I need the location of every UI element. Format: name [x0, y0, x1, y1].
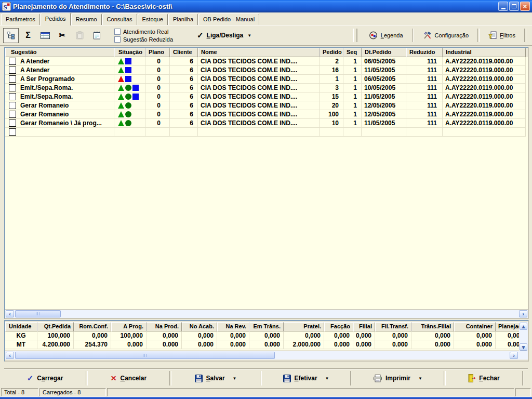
- orders-grid-hscrollbar[interactable]: ‹ ›: [5, 309, 528, 318]
- triangle-green-icon: [118, 120, 124, 126]
- liga-desliga-button[interactable]: ✓ Liga/Desliga ▼: [197, 31, 251, 40]
- cell-reduzido: 111: [406, 84, 443, 92]
- cell-reduzido: [406, 128, 443, 137]
- tab-resumo[interactable]: Resumo: [71, 14, 102, 25]
- row-checkbox[interactable]: [9, 58, 16, 65]
- col-header-sugest-o[interactable]: Sugestão: [5, 48, 114, 57]
- cancelar-button[interactable]: ✕Cancelar: [88, 369, 169, 387]
- close-button[interactable]: ✕: [520, 2, 530, 11]
- col-header-cliente[interactable]: Cliente: [170, 48, 198, 57]
- row-checkbox[interactable]: [9, 93, 16, 100]
- tab-estoque[interactable]: Estoque: [138, 14, 168, 25]
- col-header-pedido[interactable]: Pedido: [320, 48, 343, 57]
- maximize-button[interactable]: [509, 2, 519, 11]
- sugestao-reduzida-checkbox[interactable]: Sugestão Reduzida: [114, 36, 173, 43]
- table-icon[interactable]: [37, 28, 53, 43]
- order-row-empty[interactable]: [5, 128, 528, 137]
- order-row[interactable]: A Ser Programado06CIA DOS TECIDOS COM.E …: [5, 75, 528, 84]
- totals-col-header-em-tr-ns[interactable]: Em Trâns.: [249, 322, 284, 331]
- tab-par-metros[interactable]: Parâmetros: [1, 14, 40, 25]
- totals-row[interactable]: KG100,0000,000100,0000,0000,0000,0000,00…: [5, 331, 519, 340]
- totals-col-header-unidade[interactable]: Unidade: [5, 322, 37, 331]
- totals-cell-planejado: 0,000: [496, 331, 519, 340]
- cell-seq: 1: [343, 66, 362, 75]
- cell-dt-pedido: [362, 128, 406, 137]
- col-header-industrial[interactable]: Industrial: [443, 48, 526, 57]
- scroll-right-icon[interactable]: ›: [519, 310, 527, 317]
- configuracao-icon: [423, 31, 432, 39]
- cell-nome: CIA DOS TECIDOS COM.E IND....: [198, 110, 320, 119]
- notes-icon[interactable]: [89, 28, 104, 43]
- order-row[interactable]: Emit./Sepa.Roma.06CIA DOS TECIDOS COM.E …: [5, 84, 528, 92]
- cell-plano: 0: [145, 84, 170, 92]
- scroll-up-icon[interactable]: ▴: [520, 323, 527, 330]
- carregar-button[interactable]: ✓Carregar: [4, 369, 86, 387]
- filtros-button[interactable]: Filtros: [481, 29, 523, 43]
- totals-col-header-fac-o[interactable]: Facção: [324, 322, 353, 331]
- row-checkbox[interactable]: [9, 102, 16, 109]
- order-row[interactable]: Gerar Romaneio \ Já prog...06CIA DOS TEC…: [5, 119, 528, 128]
- atendimento-real-checkbox[interactable]: Atendimento Real: [114, 29, 173, 35]
- totals-col-header-container[interactable]: Container: [454, 322, 496, 331]
- tab-planilha[interactable]: Planilha: [168, 14, 198, 25]
- scroll-thumb[interactable]: [15, 352, 275, 359]
- checkbox-box[interactable]: [114, 29, 121, 35]
- scroll-left-icon[interactable]: ‹: [6, 310, 14, 317]
- totals-col-header-pratel[interactable]: Pratel.: [284, 322, 324, 331]
- order-row[interactable]: Emit./Sepa.Roma.06CIA DOS TECIDOS COM.E …: [5, 92, 528, 101]
- tree-view-icon[interactable]: [3, 28, 19, 43]
- scroll-down-icon[interactable]: ▾: [520, 343, 527, 351]
- tab-ob-pedido-manual[interactable]: OB Pedido - Manual: [198, 14, 259, 25]
- totals-col-header-a-prog[interactable]: A Prog.: [111, 322, 147, 331]
- salvar-button[interactable]: Salvar▼: [171, 369, 260, 387]
- totals-col-header-na-rev[interactable]: Na Rev.: [217, 322, 249, 331]
- col-header-nome[interactable]: Nome: [198, 48, 320, 57]
- col-header-plano[interactable]: Plano: [145, 48, 170, 57]
- dropdown-arrow-icon[interactable]: ▼: [233, 376, 237, 381]
- scroll-right-icon[interactable]: ›: [510, 352, 518, 359]
- totals-col-header-na-prod[interactable]: Na Prod.: [147, 322, 182, 331]
- title-bar[interactable]: S Planejamento do Atendimento - C:\Bases…: [0, 0, 532, 12]
- totals-grid-hscrollbar[interactable]: ‹ ›: [5, 351, 528, 360]
- row-checkbox[interactable]: [9, 75, 16, 83]
- row-checkbox[interactable]: [9, 119, 16, 127]
- totals-col-header-tr-ns-filial[interactable]: Trâns.Filial: [411, 322, 454, 331]
- totals-col-header-filial[interactable]: Filial: [353, 322, 375, 331]
- totals-row[interactable]: MT4.200.000254.3700.0000.0000.0000.0000.…: [5, 340, 519, 349]
- order-row[interactable]: A Atender06CIA DOS TECIDOS COM.E IND....…: [5, 57, 528, 66]
- legenda-button[interactable]: Legenda: [362, 29, 410, 43]
- checkbox-box[interactable]: [114, 36, 121, 43]
- row-checkbox[interactable]: [9, 128, 16, 136]
- sum-icon[interactable]: Σ: [20, 28, 36, 43]
- tab-pedidos[interactable]: Pedidos: [41, 12, 71, 25]
- efetivar-button[interactable]: Efetivar▼: [262, 369, 350, 387]
- status-empty: [107, 388, 514, 396]
- row-checkbox[interactable]: [9, 66, 16, 74]
- imprimir-button[interactable]: Imprimir▼: [352, 369, 444, 387]
- totals-col-header-rom-conf[interactable]: Rom.Conf.: [74, 322, 111, 331]
- col-header-seq[interactable]: Seq: [343, 48, 362, 57]
- totals-col-header-fil-transf[interactable]: Fil.Transf.: [375, 322, 411, 331]
- totals-grid-vscrollbar[interactable]: ▴ ▾: [519, 322, 528, 351]
- order-row[interactable]: Gerar Romaneio06CIA DOS TECIDOS COM.E IN…: [5, 110, 528, 119]
- col-header-dt-pedido[interactable]: Dt.Pedido: [362, 48, 406, 57]
- order-row[interactable]: Gerar Romaneio06CIA DOS TECIDOS COM.E IN…: [5, 101, 528, 110]
- tab-consultas[interactable]: Consultas: [102, 14, 137, 25]
- totals-col-header-no-acab[interactable]: No Acab.: [182, 322, 217, 331]
- fechar-button[interactable]: Fechar: [446, 369, 522, 387]
- totals-col-header-planejado[interactable]: Planejado: [496, 322, 519, 331]
- dropdown-arrow-icon[interactable]: ▼: [418, 376, 422, 381]
- scroll-left-icon[interactable]: ‹: [6, 352, 14, 359]
- row-checkbox[interactable]: [9, 84, 16, 91]
- scroll-thumb[interactable]: [15, 310, 61, 317]
- totals-col-header-qt-pedida[interactable]: Qt.Pedida: [37, 322, 74, 331]
- configuracao-button[interactable]: Configuração: [416, 29, 476, 43]
- minimize-button[interactable]: [498, 2, 508, 11]
- col-header-situa-o[interactable]: Situação: [114, 48, 145, 57]
- row-checkbox[interactable]: [9, 111, 16, 118]
- order-row[interactable]: A Atender06CIA DOS TECIDOS COM.E IND....…: [5, 66, 528, 75]
- triangle-green-icon: [118, 111, 124, 117]
- dropdown-arrow-icon[interactable]: ▼: [325, 376, 329, 381]
- col-header-reduzido[interactable]: Reduzido: [406, 48, 443, 57]
- cut-icon[interactable]: ✂: [55, 28, 70, 43]
